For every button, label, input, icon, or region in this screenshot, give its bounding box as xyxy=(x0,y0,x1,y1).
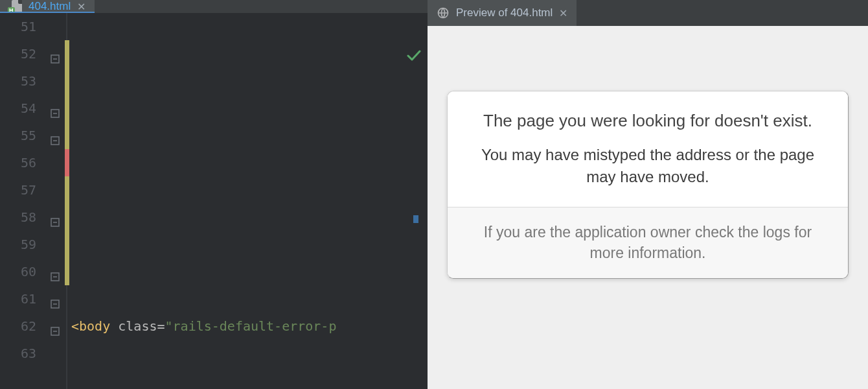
preview-tabbar: Preview of 404.html ✕ xyxy=(428,0,868,26)
editor-body[interactable]: 51525354 55565758 59606162 63 xyxy=(0,13,428,389)
close-icon[interactable]: ✕ xyxy=(77,1,86,13)
fold-toggle-icon[interactable] xyxy=(51,100,60,109)
fold-toggle-icon[interactable] xyxy=(51,127,60,136)
fold-toggle-icon[interactable] xyxy=(51,45,60,54)
code-line xyxy=(71,231,428,258)
fold-end-icon[interactable] xyxy=(51,209,60,218)
preview-tab[interactable]: Preview of 404.html ✕ xyxy=(428,0,577,26)
inspection-ok-icon[interactable] xyxy=(343,18,421,100)
editor-tab-404[interactable]: H 404.html ✕ xyxy=(0,0,95,13)
overview-marker[interactable] xyxy=(413,215,418,223)
html-file-icon: H xyxy=(9,0,22,13)
fold-end-icon[interactable] xyxy=(51,318,60,327)
fold-end-icon[interactable] xyxy=(51,290,60,300)
editor-pane: H 404.html ✕ 51525354 55565758 59606162 … xyxy=(0,0,428,389)
editor-tabbar: H 404.html ✕ xyxy=(0,0,428,13)
editor-tab-label: 404.html xyxy=(29,0,71,13)
preview-pane: Preview of 404.html ✕ The page you were … xyxy=(428,0,868,389)
fold-end-icon[interactable] xyxy=(51,263,60,272)
globe-icon xyxy=(437,6,450,19)
error-owner-hint: If you are the application owner check t… xyxy=(466,222,830,263)
preview-viewport[interactable]: The page you were looking for doesn't ex… xyxy=(428,26,868,389)
preview-tab-label: Preview of 404.html xyxy=(456,6,553,19)
code-line: <body class="rails-default-error-p xyxy=(71,312,428,340)
code-area[interactable]: <body class="rails-default-error-p <!-- … xyxy=(65,13,428,389)
fold-gutter[interactable] xyxy=(45,13,65,389)
vcs-change-strip xyxy=(65,13,69,389)
close-icon[interactable]: ✕ xyxy=(559,7,567,19)
line-number-gutter: 51525354 55565758 59606162 63 xyxy=(0,13,45,389)
error-subtext: You may have mistyped the address or the… xyxy=(467,144,828,187)
error-heading: The page you were looking for doesn't ex… xyxy=(467,110,828,132)
rails-error-dialog: The page you were looking for doesn't ex… xyxy=(447,91,849,279)
